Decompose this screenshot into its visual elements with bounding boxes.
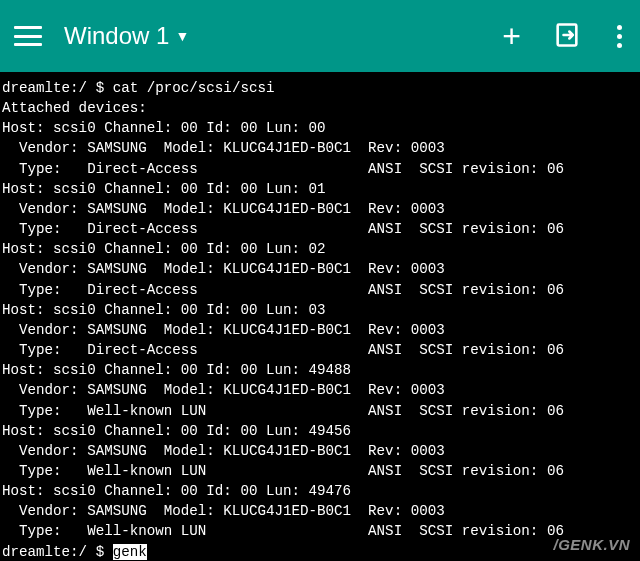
device-block: Host: scsi0 Channel: 00 Id: 00 Lun: 4948… xyxy=(2,362,564,418)
current-input[interactable]: genk xyxy=(113,544,147,560)
header-right: + xyxy=(502,20,626,52)
plus-icon[interactable]: + xyxy=(502,20,521,52)
device-block: Host: scsi0 Channel: 00 Id: 00 Lun: 4945… xyxy=(2,423,564,479)
header-left: Window 1 ▼ xyxy=(14,22,189,50)
attached-devices-line: Attached devices: xyxy=(2,100,147,116)
export-icon[interactable] xyxy=(553,21,581,52)
device-block: Host: scsi0 Channel: 00 Id: 00 Lun: 03 V… xyxy=(2,302,564,358)
device-block: Host: scsi0 Channel: 00 Id: 00 Lun: 02 V… xyxy=(2,241,564,297)
device-block: Host: scsi0 Channel: 00 Id: 00 Lun: 4947… xyxy=(2,483,564,539)
device-block: Host: scsi0 Channel: 00 Id: 00 Lun: 01 V… xyxy=(2,181,564,237)
prompt-line-1: dreamlte:/ $ cat /proc/scsi/scsi xyxy=(2,80,274,96)
hamburger-icon[interactable] xyxy=(14,26,42,46)
window-title-text: Window 1 xyxy=(64,22,169,50)
window-title-dropdown[interactable]: Window 1 ▼ xyxy=(64,22,189,50)
terminal-output[interactable]: dreamlte:/ $ cat /proc/scsi/scsi Attache… xyxy=(0,72,640,561)
watermark: /GENK.VN xyxy=(553,536,630,553)
app-header: Window 1 ▼ + xyxy=(0,0,640,72)
chevron-down-icon: ▼ xyxy=(175,28,189,44)
prompt-line-2: dreamlte:/ $ genk xyxy=(2,544,147,560)
device-block: Host: scsi0 Channel: 00 Id: 00 Lun: 00 V… xyxy=(2,120,564,176)
more-vertical-icon[interactable] xyxy=(613,21,626,52)
